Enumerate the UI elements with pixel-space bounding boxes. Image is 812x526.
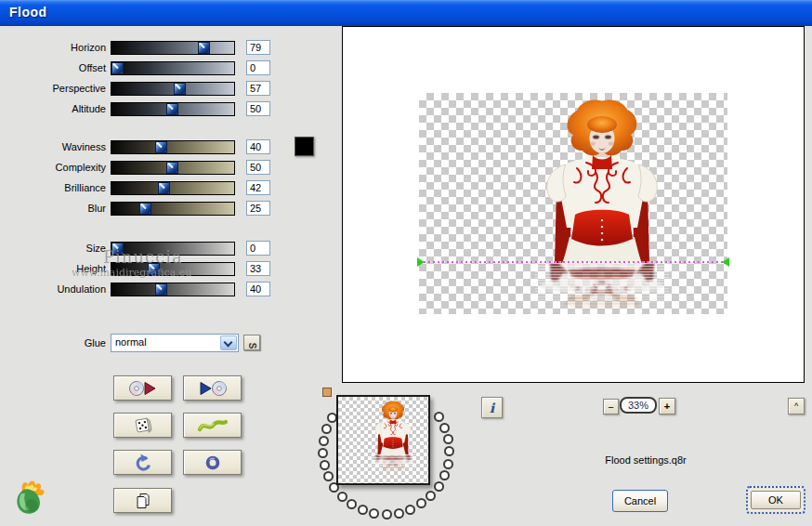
memory-slot-dot[interactable] — [439, 423, 450, 433]
horizon-arrow-right-icon[interactable] — [722, 257, 729, 267]
undo-button[interactable] — [113, 450, 172, 475]
panel-toggle-button[interactable]: ^ — [788, 398, 805, 414]
preview-image — [542, 98, 662, 263]
height-slider[interactable] — [111, 262, 235, 276]
brilliance-slider[interactable] — [111, 181, 235, 195]
undulation-slider[interactable] — [111, 283, 235, 296]
copy-settings-button[interactable] — [113, 488, 172, 513]
save-preset-icon — [198, 379, 228, 398]
slider-label-undulation: Undulation — [0, 280, 106, 300]
slider-label-waviness: Waviness — [0, 138, 106, 158]
complexity-slider-handle[interactable] — [166, 162, 178, 174]
info-button[interactable]: i — [481, 397, 503, 418]
size-slider-handle[interactable] — [111, 243, 124, 255]
slider-label-altitude: Altitude — [0, 99, 106, 120]
horizon-slider-handle[interactable] — [198, 42, 210, 54]
memory-slot-dot[interactable] — [439, 470, 450, 480]
offset-slider-handle[interactable] — [111, 62, 124, 74]
perspective-value-field[interactable]: 57 — [246, 81, 270, 96]
blur-value-field[interactable]: 25 — [246, 201, 270, 216]
glue-dropdown[interactable]: normal — [111, 334, 239, 352]
memory-slot-dot[interactable] — [369, 508, 379, 519]
thumbnail-reflection — [371, 454, 415, 472]
ok-button-focus-ring: OK — [746, 486, 805, 514]
offset-value-field[interactable]: 0 — [246, 60, 270, 75]
slider-label-horizon: Horizon — [0, 38, 106, 59]
info-icon: i — [490, 401, 494, 415]
memory-slot-dot[interactable] — [444, 446, 454, 456]
zoom-out-button[interactable]: − — [603, 399, 619, 414]
complexity-value-field[interactable]: 50 — [246, 160, 270, 175]
memory-slot-dot[interactable] — [347, 499, 357, 509]
plus-icon: + — [664, 401, 670, 412]
memory-slot-dot[interactable] — [337, 492, 347, 502]
memory-slot-dot[interactable] — [434, 481, 444, 492]
randomize-button[interactable] — [113, 413, 172, 438]
altitude-slider[interactable] — [111, 102, 235, 116]
wave-icon — [197, 417, 229, 434]
memory-slot-dot[interactable] — [318, 448, 328, 458]
memory-slot-dot[interactable] — [321, 424, 332, 434]
size-slider[interactable] — [111, 242, 235, 256]
waviness-slider[interactable] — [111, 140, 235, 154]
thumbnail-preview[interactable] — [336, 395, 430, 485]
blur-slider-handle[interactable] — [139, 203, 151, 215]
flood-reflection — [535, 263, 669, 311]
reset-button[interactable] — [183, 450, 242, 475]
horizon-arrow-left-icon[interactable] — [417, 257, 425, 267]
preview-canvas[interactable] — [419, 93, 727, 314]
memory-slot-dot[interactable] — [323, 471, 334, 481]
color-swatch[interactable] — [295, 137, 314, 156]
waviness-value-field[interactable]: 40 — [246, 139, 270, 154]
slider-label-offset: Offset — [0, 59, 106, 79]
complexity-slider[interactable] — [111, 161, 235, 175]
cancel-button[interactable]: Cancel — [612, 490, 668, 512]
size-value-field[interactable]: 0 — [246, 241, 270, 256]
memory-slot-dot[interactable] — [426, 491, 436, 501]
memory-slot-dot[interactable] — [319, 436, 329, 446]
memory-slot-dot[interactable] — [320, 460, 330, 470]
memory-slot-dot[interactable] — [382, 509, 392, 519]
perspective-slider[interactable] — [111, 82, 235, 96]
brilliance-slider-handle[interactable] — [158, 182, 170, 194]
offset-slider[interactable] — [111, 61, 235, 75]
memory-slot-dot[interactable] — [416, 498, 426, 508]
chevron-down-icon[interactable] — [220, 335, 237, 350]
ok-button[interactable]: OK — [751, 491, 801, 509]
slider-label-brilliance: Brilliance — [0, 178, 106, 199]
memory-slot-dot[interactable] — [443, 459, 453, 469]
perspective-slider-handle[interactable] — [174, 83, 186, 95]
height-value-field[interactable]: 33 — [246, 261, 270, 276]
altitude-value-field[interactable]: 50 — [246, 101, 270, 116]
undo-icon — [133, 454, 153, 472]
title-bar[interactable]: Flood — [0, 0, 812, 26]
altitude-slider-handle[interactable] — [166, 103, 178, 115]
horizon-line[interactable] — [419, 261, 727, 263]
load-preset-button[interactable] — [113, 375, 172, 401]
ring-icon — [203, 454, 222, 472]
horizon-slider[interactable] — [111, 41, 235, 55]
zoom-in-button[interactable]: + — [659, 398, 675, 414]
slider-label-size: Size — [0, 239, 106, 259]
height-slider-handle[interactable] — [148, 263, 160, 275]
undulation-value-field[interactable]: 40 — [246, 282, 270, 296]
save-preset-button[interactable] — [183, 375, 242, 401]
brilliance-value-field[interactable]: 42 — [246, 180, 270, 195]
memory-slot-dot[interactable] — [443, 434, 453, 444]
preview-area[interactable] — [342, 26, 805, 383]
wave-style-button[interactable] — [183, 413, 242, 438]
slider-label-perspective: Perspective — [0, 79, 106, 99]
memory-slot-dot[interactable] — [358, 505, 368, 515]
minus-icon: − — [608, 401, 613, 413]
blur-slider[interactable] — [111, 202, 235, 216]
memory-slot-dot[interactable] — [394, 508, 404, 519]
horizon-value-field[interactable]: 79 — [246, 40, 270, 55]
zoom-level[interactable]: 33% — [620, 397, 657, 414]
memory-slot-dot[interactable] — [434, 412, 444, 422]
s-button[interactable]: S — [243, 335, 260, 350]
waviness-slider-handle[interactable] — [155, 141, 167, 153]
memory-slot-active[interactable] — [322, 388, 332, 397]
undulation-slider-handle[interactable] — [155, 283, 167, 296]
memory-slot-dot[interactable] — [405, 505, 415, 515]
flaming-pear-logo — [11, 478, 46, 517]
